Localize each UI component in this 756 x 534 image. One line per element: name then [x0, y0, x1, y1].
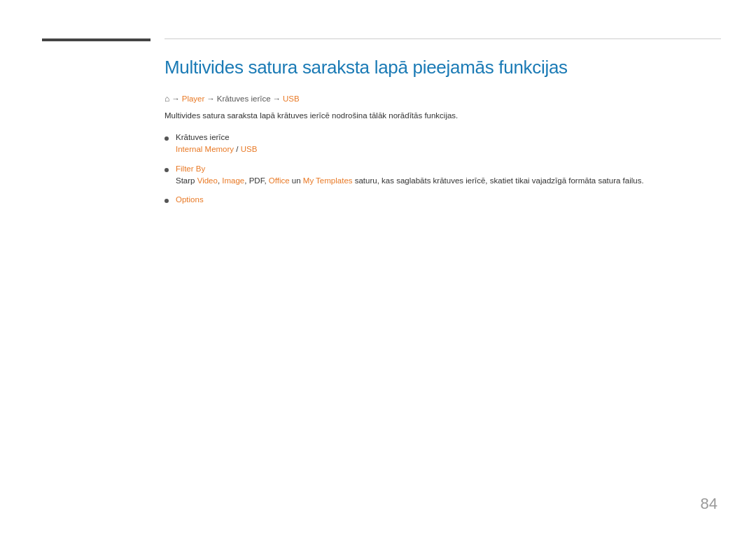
link-mytemplates[interactable]: My Templates	[303, 176, 353, 185]
bullet-content: Filter By Starp Video, Image, PDF, Offic…	[176, 164, 721, 187]
bullet-dot	[164, 199, 169, 203]
bullet-label-options[interactable]: Options	[176, 195, 721, 204]
bullet-list: Krātuves ierīce Internal Memory / USB Fi…	[164, 133, 721, 205]
bullet-sub-filter: Starp Video, Image, PDF, Office un My Te…	[176, 174, 721, 187]
breadcrumb-arrow2: →	[206, 94, 215, 103]
bullet-label-kratuves: Krātuves ierīce	[176, 133, 721, 141]
breadcrumb-link-player[interactable]: Player	[182, 94, 205, 103]
main-content: Multivides satura saraksta lapā pieejamā…	[164, 56, 721, 213]
link-image[interactable]: Image	[222, 176, 244, 185]
link-internal-memory[interactable]: Internal Memory	[176, 145, 234, 153]
text-un: un	[290, 176, 303, 185]
top-rule	[164, 38, 721, 39]
text-saturu: saturu, kas saglabāts krātuves ierīcē, s…	[353, 176, 644, 185]
page-description: Multivides satura saraksta lapā krātuves…	[164, 109, 721, 122]
bullet-sub-memory: Internal Memory / USB	[176, 143, 721, 155]
page-container: Multivides satura saraksta lapā pieejamā…	[0, 0, 756, 534]
link-usb[interactable]: USB	[241, 145, 258, 153]
text-pdf: , PDF,	[244, 176, 269, 185]
link-video[interactable]: Video	[197, 176, 218, 185]
breadcrumb-home-icon: ⌂	[164, 94, 169, 104]
breadcrumb-arrow3: →	[273, 94, 281, 103]
list-item: Krātuves ierīce Internal Memory / USB	[164, 133, 721, 155]
page-title: Multivides satura saraksta lapā pieejamā…	[164, 56, 721, 80]
list-item: Filter By Starp Video, Image, PDF, Offic…	[164, 164, 721, 187]
text-starp: Starp	[176, 176, 197, 185]
breadcrumb: ⌂ → Player → Krātuves ierīce → USB	[164, 94, 721, 104]
breadcrumb-link-usb[interactable]: USB	[283, 94, 300, 103]
bullet-label-filterby[interactable]: Filter By	[176, 164, 721, 173]
bullet-dot	[164, 136, 169, 141]
breadcrumb-text-kratuves: Krātuves ierīce	[217, 94, 271, 103]
bullet-content: Options	[176, 195, 721, 205]
list-item: Options	[164, 195, 721, 205]
breadcrumb-arrow1: →	[172, 94, 180, 103]
page-number: 84	[701, 495, 718, 513]
link-office[interactable]: Office	[269, 176, 290, 185]
bullet-content: Krātuves ierīce Internal Memory / USB	[176, 133, 721, 155]
sidebar-accent	[42, 38, 150, 41]
bullet-dot	[164, 168, 169, 172]
